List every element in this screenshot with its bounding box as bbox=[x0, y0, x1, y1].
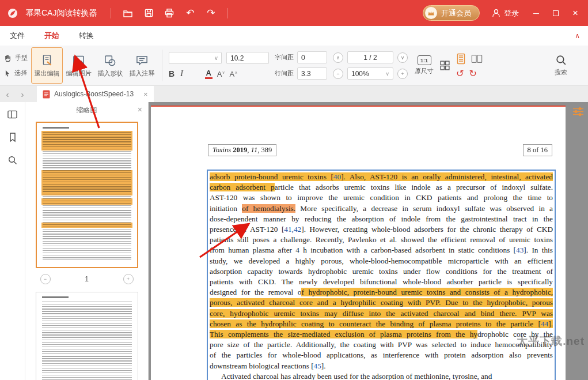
fit-page-icon[interactable] bbox=[439, 60, 450, 71]
search-button[interactable]: 搜索 bbox=[555, 47, 567, 84]
tab-scroll-right-icon[interactable]: › bbox=[15, 89, 30, 99]
menu-tab-file[interactable]: 文件 bbox=[0, 26, 35, 46]
login-button[interactable]: 登录 bbox=[491, 8, 519, 18]
crown-icon bbox=[425, 7, 437, 19]
italic-button[interactable]: I bbox=[180, 69, 183, 78]
undo-icon: ↺ bbox=[456, 69, 464, 78]
title-bar: 幂果CAJ阅读转换器 ↶ ↷ 开通会员 登录 ─ × bbox=[0, 0, 588, 26]
search-icon bbox=[555, 54, 567, 66]
redo-icon: ↷ bbox=[207, 7, 215, 19]
hand-tool-button[interactable]: 手型 bbox=[3, 54, 28, 62]
save-button[interactable] bbox=[140, 5, 157, 21]
thumbnail-page-controls: − 1 + bbox=[36, 274, 138, 284]
chevron-down-icon: ∨ bbox=[385, 71, 389, 77]
redo-button[interactable]: ↷ bbox=[202, 5, 219, 21]
side-icon-strip bbox=[0, 102, 25, 380]
page-number-box[interactable]: 8 of 16 bbox=[523, 144, 552, 156]
menu-bar: 文件 开始 转换 ∧ bbox=[0, 26, 588, 46]
thumb-page-prev-button[interactable]: − bbox=[40, 274, 51, 284]
highlight-region bbox=[41, 198, 132, 205]
ribbon-undo-button[interactable]: ↺ bbox=[456, 69, 464, 78]
page-up-button[interactable]: ∧ bbox=[333, 52, 343, 63]
panel-search-button[interactable] bbox=[5, 153, 20, 168]
app-window: 幂果CAJ阅读转换器 ↶ ↷ 开通会员 登录 ─ × 文件 开始 bbox=[0, 0, 588, 380]
document-page[interactable]: Toxins 2019, 11, 389 8 of 16 adsorb prot… bbox=[151, 106, 566, 380]
minimize-button[interactable]: ─ bbox=[528, 5, 544, 21]
menu-tab-convert[interactable]: 转换 bbox=[69, 26, 104, 46]
document-text-line: patients with CKD. The newly developed b… bbox=[210, 277, 553, 287]
document-tab[interactable]: Auslogics-BoostSpeed-13 × bbox=[37, 86, 154, 102]
print-icon bbox=[164, 8, 174, 18]
zoom-select[interactable]: 100%∨ bbox=[347, 67, 393, 80]
hand-tool-label: 手型 bbox=[15, 54, 28, 62]
document-text-line: dose-dependent manner by reducing the ab… bbox=[210, 214, 553, 224]
font-color-button[interactable]: A bbox=[205, 69, 213, 79]
insert-shape-button[interactable]: 插入形状 bbox=[94, 47, 126, 84]
thumbnail-panel-title: 缩略图 bbox=[25, 106, 148, 115]
original-size-button[interactable]: 1:1 原尺寸 bbox=[415, 55, 434, 76]
tab-scroll-left-icon[interactable]: ‹ bbox=[0, 89, 15, 99]
exit-edit-button[interactable]: 退出编辑 bbox=[31, 47, 63, 84]
page-thumbnail-1[interactable] bbox=[36, 122, 138, 268]
exit-edit-label: 退出编辑 bbox=[35, 69, 60, 78]
page-indicator[interactable]: 1 / 2 bbox=[347, 51, 393, 63]
line-spacing-input[interactable] bbox=[297, 67, 327, 80]
highlight-region bbox=[41, 170, 132, 195]
document-text-line: patients still poses a challenge. Recent… bbox=[210, 235, 553, 245]
site-watermark: 太平下载.net bbox=[517, 334, 585, 349]
journal-reference-box[interactable]: Toxins 2019, 11, 389 bbox=[208, 144, 276, 156]
panel-icon bbox=[7, 110, 18, 119]
page-down-button[interactable]: ∨ bbox=[397, 52, 408, 63]
membership-label: 开通会员 bbox=[441, 8, 471, 18]
thumbnail-text-lines bbox=[43, 127, 69, 129]
insert-shape-label: 插入形状 bbox=[98, 69, 123, 78]
membership-button[interactable]: 开通会员 bbox=[423, 5, 480, 21]
highlight-region bbox=[41, 131, 132, 151]
close-button[interactable]: × bbox=[567, 5, 583, 21]
panel-close-icon[interactable]: × bbox=[138, 105, 142, 114]
undo-icon: ↶ bbox=[186, 7, 194, 19]
print-button[interactable] bbox=[161, 5, 178, 21]
tab-close-icon[interactable]: × bbox=[143, 90, 148, 99]
insert-note-button[interactable]: 插入注释 bbox=[126, 47, 158, 84]
ribbon-redo-button[interactable]: ↻ bbox=[469, 69, 476, 78]
decrease-font-button[interactable]: A∨ bbox=[217, 70, 225, 78]
original-size-label: 原尺寸 bbox=[415, 67, 434, 76]
thumbnail-panel: 缩略图 × − 1 + bbox=[25, 102, 149, 380]
zoom-in-button[interactable]: + bbox=[397, 69, 408, 79]
page-thumbnail-2[interactable] bbox=[36, 292, 138, 380]
menu-tab-start[interactable]: 开始 bbox=[35, 26, 69, 46]
single-page-view-icon[interactable] bbox=[456, 53, 466, 65]
open-file-button[interactable] bbox=[119, 5, 136, 21]
highlight-region bbox=[41, 223, 132, 228]
zoom-out-button[interactable]: − bbox=[333, 69, 343, 79]
font-size-input[interactable] bbox=[226, 52, 269, 64]
document-text-line: core, hydrophobic uremic toxins may diff… bbox=[210, 308, 553, 319]
thumbnail-panel-button[interactable] bbox=[5, 107, 20, 122]
char-spacing-input[interactable] bbox=[297, 51, 327, 63]
edit-image-button[interactable]: 编辑图片 bbox=[63, 47, 94, 84]
user-icon bbox=[491, 8, 501, 18]
increase-font-button[interactable]: A∧ bbox=[230, 70, 238, 78]
maximize-button[interactable] bbox=[548, 5, 564, 21]
document-text-line: presence of AST-120 [41,42]. However, cr… bbox=[210, 224, 553, 235]
font-family-select[interactable]: ∨ bbox=[169, 52, 222, 64]
minimize-icon: ─ bbox=[533, 9, 539, 18]
close-icon: × bbox=[572, 7, 578, 19]
bookmark-icon bbox=[8, 132, 17, 142]
font-color-label: A bbox=[206, 69, 211, 77]
collapse-ribbon-icon[interactable]: ∧ bbox=[575, 32, 580, 40]
select-tool-button[interactable]: 选择 bbox=[3, 69, 28, 77]
undo-button[interactable]: ↶ bbox=[181, 5, 199, 21]
document-text-block[interactable]: adsorb protein-bound uremic toxins [40].… bbox=[207, 170, 556, 380]
line-spacing-label: 行间距 bbox=[275, 69, 294, 78]
thumb-page-next-button[interactable]: + bbox=[123, 274, 134, 284]
document-text-line: adsorb protein-bound uremic toxins [40].… bbox=[210, 172, 553, 182]
two-page-view-icon[interactable] bbox=[471, 54, 483, 64]
bold-button[interactable]: B bbox=[169, 69, 174, 78]
char-spacing-label: 字间距 bbox=[275, 53, 294, 62]
comment-icon bbox=[135, 54, 149, 67]
thumbnail-page-number: 1 bbox=[85, 275, 89, 283]
bookmarks-button[interactable] bbox=[5, 130, 20, 145]
view-settings-button[interactable] bbox=[572, 107, 584, 118]
